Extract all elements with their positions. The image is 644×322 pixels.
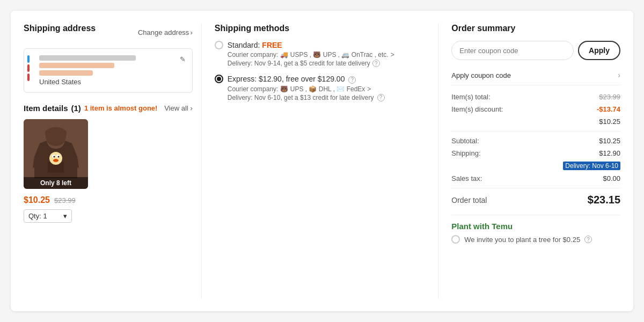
address-content: United States (32, 55, 185, 86)
shipping-label: Shipping: (451, 149, 480, 157)
plant-temu-info-icon: ? (584, 236, 592, 243)
items-total-value: $23.99 (599, 93, 620, 101)
shipping-standard-option: Standard: FREE Courier company: 🚚 USPS ,… (215, 41, 430, 67)
svg-point-3 (54, 156, 55, 158)
items-net-line: $10.25 (451, 118, 620, 126)
address-line-3 (39, 70, 93, 76)
sales-tax-value: $0.00 (603, 174, 620, 182)
items-total-label: Item(s) total: (451, 93, 490, 101)
shipping-methods-title: Shipping methods (215, 24, 430, 33)
indicator-dot-red2 (27, 74, 30, 81)
summary-divider-1 (451, 131, 620, 131)
items-total-line: Item(s) total: $23.99 (451, 93, 620, 101)
item-price-current: $10.25 (24, 195, 50, 205)
item-details-title: Item details (24, 104, 68, 113)
address-line-1 (39, 55, 136, 61)
express-info-icon: ? (348, 76, 356, 84)
shipping-line: Shipping: $12.90 (451, 149, 620, 157)
plant-temu-section: Plant with Temu We invite you to plant a… (451, 215, 620, 244)
express-delivery-info-icon: ? (377, 94, 385, 101)
express-radio-inner (217, 77, 221, 81)
item-price-original: $23.99 (54, 196, 76, 204)
apply-button[interactable]: Apply (578, 41, 620, 60)
express-radio[interactable] (215, 75, 223, 83)
qty-select[interactable]: Qty: 1 ▾ (24, 209, 72, 223)
subtotal-line: Subtotal: $10.25 (451, 137, 620, 145)
address-indicator (27, 55, 30, 81)
coupon-row: Apply (451, 41, 620, 60)
items-discount-label: Item(s) discount: (451, 105, 503, 113)
address-country: United States (39, 78, 185, 86)
shipping-address-section: Shipping address Change address › United… (24, 24, 202, 298)
shipping-express-option: Express: $12.90, free over $129.00 ? Cou… (215, 75, 430, 101)
item-details-header: Item details (1) 1 item is almost gone! … (24, 104, 193, 113)
order-total-row: Order total $23.15 (451, 194, 620, 206)
only-left-badge: Only 8 left (24, 177, 88, 189)
subtotal-value: $10.25 (599, 137, 620, 145)
checkout-container: Shipping address Change address › United… (11, 11, 633, 311)
item-details-count: (1) (71, 104, 81, 113)
order-summary-section: Order summary Apply Apply coupon code › … (451, 24, 620, 298)
change-address-button[interactable]: Change address › (138, 28, 193, 36)
plant-temu-title: Plant with Temu (451, 222, 620, 231)
item-warning-text: 1 item is almost gone! (84, 104, 158, 112)
hoodie-svg (32, 127, 80, 181)
address-line-2 (39, 63, 114, 68)
plant-temu-radio[interactable] (451, 235, 460, 244)
view-all-button[interactable]: View all › (164, 104, 193, 112)
items-discount-line: Item(s) discount: -$13.74 (451, 105, 620, 113)
delivery-highlight-line: Delivery: Nov 6-10 (451, 162, 620, 170)
plant-temu-label: We invite you to plant a tree for $0.25 (464, 236, 580, 244)
item-card: Only 8 left $10.25 $23.99 Qty: 1 ▾ (24, 119, 193, 223)
address-card: United States ✎ (24, 48, 193, 93)
apply-coupon-label: Apply coupon code (451, 71, 511, 79)
subtotal-label: Subtotal: (451, 137, 479, 145)
summary-divider-2 (451, 188, 620, 188)
standard-delivery: Delivery: Nov 9-14, get a $5 credit for … (228, 60, 430, 67)
order-summary-title: Order summary (451, 24, 620, 33)
plant-temu-row: We invite you to plant a tree for $0.25 … (451, 235, 620, 244)
indicator-dot-blue (27, 55, 30, 63)
apply-coupon-chevron: › (618, 71, 620, 79)
delivery-highlight: Delivery: Nov 6-10 (563, 162, 620, 170)
shipping-methods-section: Shipping methods Standard: FREE Courier … (215, 24, 439, 298)
coupon-input[interactable] (451, 41, 574, 60)
edit-address-icon[interactable]: ✎ (180, 55, 186, 63)
standard-courier: Courier company: 🚚 USPS , 🐻 UPS , 🚐 OnTr… (228, 51, 430, 58)
svg-point-4 (58, 156, 60, 158)
express-delivery: Delivery: Nov 6-10, get a $13 credit for… (228, 94, 430, 101)
express-label: Express: $12.90, free over $129.00 ? (228, 75, 356, 84)
shipping-address-title: Shipping address (24, 24, 96, 33)
order-total-label: Order total (451, 196, 487, 204)
shipping-value: $12.90 (599, 149, 620, 157)
apply-coupon-row[interactable]: Apply coupon code › (451, 65, 620, 85)
sales-tax-line: Sales tax: $0.00 (451, 174, 620, 182)
indicator-dot-red1 (27, 64, 30, 72)
item-image-wrapper: Only 8 left (24, 119, 88, 189)
svg-point-0 (49, 152, 62, 165)
standard-info-icon: ? (372, 60, 380, 67)
order-total-value: $23.15 (588, 194, 620, 206)
standard-label: Standard: FREE (228, 41, 282, 49)
sales-tax-label: Sales tax: (451, 174, 482, 182)
express-courier: Courier company: 🐻 UPS , 📦 DHL , ✉️ FedE… (228, 85, 430, 93)
items-discount-value: -$13.74 (597, 105, 620, 113)
item-price-row: $10.25 $23.99 (24, 195, 193, 205)
standard-radio[interactable] (215, 41, 223, 49)
items-net-value: $10.25 (599, 118, 620, 126)
